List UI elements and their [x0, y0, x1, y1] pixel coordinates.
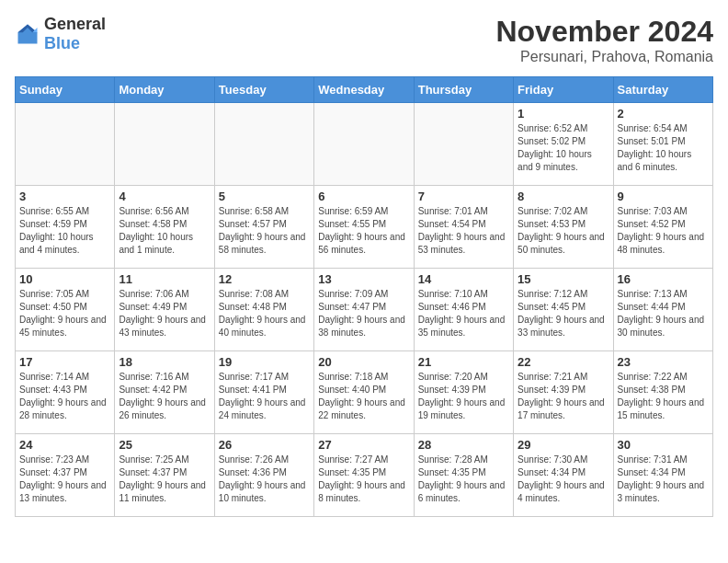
calendar-cell: 28Sunrise: 7:28 AM Sunset: 4:35 PM Dayli… — [414, 434, 513, 517]
week-row-2: 3Sunrise: 6:55 AM Sunset: 4:59 PM Daylig… — [16, 186, 713, 269]
logo-general: General — [44, 15, 106, 33]
day-header-monday: Monday — [115, 77, 214, 103]
title-area: November 2024 Persunari, Prahova, Romani… — [495, 15, 713, 65]
calendar-cell: 16Sunrise: 7:13 AM Sunset: 4:44 PM Dayli… — [613, 269, 712, 351]
day-info: Sunrise: 7:26 AM Sunset: 4:36 PM Dayligh… — [219, 454, 310, 505]
calendar-cell: 15Sunrise: 7:12 AM Sunset: 4:45 PM Dayli… — [514, 269, 613, 351]
day-info: Sunrise: 7:10 AM Sunset: 4:46 PM Dayligh… — [418, 288, 509, 339]
month-title: November 2024 — [495, 15, 713, 49]
calendar-cell: 22Sunrise: 7:21 AM Sunset: 4:39 PM Dayli… — [514, 351, 613, 434]
day-info: Sunrise: 7:21 AM Sunset: 4:39 PM Dayligh… — [518, 371, 609, 422]
day-header-saturday: Saturday — [613, 77, 712, 103]
day-number: 26 — [219, 438, 310, 452]
calendar-cell: 29Sunrise: 7:30 AM Sunset: 4:34 PM Dayli… — [514, 434, 613, 517]
calendar-cell: 25Sunrise: 7:25 AM Sunset: 4:37 PM Dayli… — [115, 434, 214, 517]
calendar-cell: 23Sunrise: 7:22 AM Sunset: 4:38 PM Dayli… — [613, 351, 712, 434]
day-info: Sunrise: 7:23 AM Sunset: 4:37 PM Dayligh… — [19, 454, 110, 505]
day-number: 4 — [119, 190, 210, 203]
calendar-cell — [314, 103, 414, 186]
calendar-cell — [414, 103, 513, 186]
day-info: Sunrise: 7:27 AM Sunset: 4:35 PM Dayligh… — [318, 454, 409, 505]
calendar-cell: 26Sunrise: 7:26 AM Sunset: 4:36 PM Dayli… — [214, 434, 313, 517]
calendar-cell: 30Sunrise: 7:31 AM Sunset: 4:34 PM Dayli… — [613, 434, 712, 517]
day-number: 30 — [618, 438, 709, 452]
day-header-sunday: Sunday — [16, 77, 115, 103]
day-number: 17 — [19, 355, 110, 369]
calendar-table: SundayMondayTuesdayWednesdayThursdayFrid… — [15, 76, 713, 517]
calendar-cell: 5Sunrise: 6:58 AM Sunset: 4:57 PM Daylig… — [214, 186, 313, 269]
day-number: 10 — [19, 272, 110, 286]
day-number: 15 — [518, 272, 609, 286]
day-info: Sunrise: 7:30 AM Sunset: 4:34 PM Dayligh… — [518, 454, 609, 505]
week-row-5: 24Sunrise: 7:23 AM Sunset: 4:37 PM Dayli… — [16, 434, 713, 517]
day-number: 19 — [219, 355, 310, 369]
logo-icon — [15, 21, 40, 47]
day-info: Sunrise: 6:54 AM Sunset: 5:01 PM Dayligh… — [618, 122, 709, 174]
calendar-cell: 13Sunrise: 7:09 AM Sunset: 4:47 PM Dayli… — [314, 269, 414, 351]
week-row-1: 1Sunrise: 6:52 AM Sunset: 5:02 PM Daylig… — [16, 103, 713, 186]
day-info: Sunrise: 7:05 AM Sunset: 4:50 PM Dayligh… — [19, 288, 110, 339]
day-info: Sunrise: 6:55 AM Sunset: 4:59 PM Dayligh… — [19, 205, 110, 257]
calendar-cell: 18Sunrise: 7:16 AM Sunset: 4:42 PM Dayli… — [115, 351, 214, 434]
day-header-thursday: Thursday — [414, 77, 513, 103]
day-number: 2 — [618, 107, 709, 121]
day-info: Sunrise: 7:28 AM Sunset: 4:35 PM Dayligh… — [418, 454, 509, 505]
header: General Blue November 2024 Persunari, Pr… — [15, 15, 713, 65]
day-number: 21 — [418, 355, 509, 369]
day-number: 1 — [518, 107, 609, 121]
day-number: 3 — [19, 190, 110, 203]
day-info: Sunrise: 7:31 AM Sunset: 4:34 PM Dayligh… — [618, 454, 709, 505]
day-header-friday: Friday — [514, 77, 613, 103]
calendar-cell: 14Sunrise: 7:10 AM Sunset: 4:46 PM Dayli… — [414, 269, 513, 351]
day-info: Sunrise: 7:13 AM Sunset: 4:44 PM Dayligh… — [618, 288, 709, 339]
day-number: 13 — [318, 272, 409, 286]
day-number: 14 — [418, 272, 509, 286]
days-header-row: SundayMondayTuesdayWednesdayThursdayFrid… — [16, 77, 713, 103]
calendar-cell: 6Sunrise: 6:59 AM Sunset: 4:55 PM Daylig… — [314, 186, 414, 269]
logo: General Blue — [15, 15, 106, 53]
day-number: 7 — [418, 190, 509, 203]
day-info: Sunrise: 6:52 AM Sunset: 5:02 PM Dayligh… — [518, 122, 609, 174]
day-info: Sunrise: 7:09 AM Sunset: 4:47 PM Dayligh… — [318, 288, 409, 339]
day-info: Sunrise: 7:18 AM Sunset: 4:40 PM Dayligh… — [318, 371, 409, 422]
day-info: Sunrise: 7:17 AM Sunset: 4:41 PM Dayligh… — [219, 371, 310, 422]
day-info: Sunrise: 7:16 AM Sunset: 4:42 PM Dayligh… — [119, 371, 210, 422]
calendar-cell — [16, 103, 115, 186]
day-info: Sunrise: 6:56 AM Sunset: 4:58 PM Dayligh… — [119, 205, 210, 257]
day-info: Sunrise: 6:59 AM Sunset: 4:55 PM Dayligh… — [318, 205, 409, 257]
day-info: Sunrise: 7:14 AM Sunset: 4:43 PM Dayligh… — [19, 371, 110, 422]
calendar-cell: 11Sunrise: 7:06 AM Sunset: 4:49 PM Dayli… — [115, 269, 214, 351]
day-number: 29 — [518, 438, 609, 452]
location-subtitle: Persunari, Prahova, Romania — [495, 49, 713, 65]
day-info: Sunrise: 7:22 AM Sunset: 4:38 PM Dayligh… — [618, 371, 709, 422]
calendar-cell: 9Sunrise: 7:03 AM Sunset: 4:52 PM Daylig… — [613, 186, 712, 269]
calendar-cell: 1Sunrise: 6:52 AM Sunset: 5:02 PM Daylig… — [514, 103, 613, 186]
day-number: 18 — [119, 355, 210, 369]
day-number: 22 — [518, 355, 609, 369]
calendar-cell: 10Sunrise: 7:05 AM Sunset: 4:50 PM Dayli… — [16, 269, 115, 351]
week-row-3: 10Sunrise: 7:05 AM Sunset: 4:50 PM Dayli… — [16, 269, 713, 351]
day-header-tuesday: Tuesday — [214, 77, 313, 103]
day-number: 23 — [618, 355, 709, 369]
calendar-cell — [115, 103, 214, 186]
day-number: 25 — [119, 438, 210, 452]
calendar-cell: 21Sunrise: 7:20 AM Sunset: 4:39 PM Dayli… — [414, 351, 513, 434]
calendar-cell — [214, 103, 313, 186]
day-number: 9 — [618, 190, 709, 203]
week-row-4: 17Sunrise: 7:14 AM Sunset: 4:43 PM Dayli… — [16, 351, 713, 434]
day-info: Sunrise: 7:02 AM Sunset: 4:53 PM Dayligh… — [518, 205, 609, 257]
day-number: 6 — [318, 190, 409, 203]
day-number: 8 — [518, 190, 609, 203]
calendar-cell: 27Sunrise: 7:27 AM Sunset: 4:35 PM Dayli… — [314, 434, 414, 517]
day-number: 12 — [219, 272, 310, 286]
day-info: Sunrise: 7:06 AM Sunset: 4:49 PM Dayligh… — [119, 288, 210, 339]
day-number: 16 — [618, 272, 709, 286]
day-info: Sunrise: 7:01 AM Sunset: 4:54 PM Dayligh… — [418, 205, 509, 257]
day-info: Sunrise: 7:03 AM Sunset: 4:52 PM Dayligh… — [618, 205, 709, 257]
day-info: Sunrise: 7:25 AM Sunset: 4:37 PM Dayligh… — [119, 454, 210, 505]
day-number: 20 — [318, 355, 409, 369]
calendar-cell: 17Sunrise: 7:14 AM Sunset: 4:43 PM Dayli… — [16, 351, 115, 434]
day-number: 27 — [318, 438, 409, 452]
day-info: Sunrise: 6:58 AM Sunset: 4:57 PM Dayligh… — [219, 205, 310, 257]
day-header-wednesday: Wednesday — [314, 77, 414, 103]
